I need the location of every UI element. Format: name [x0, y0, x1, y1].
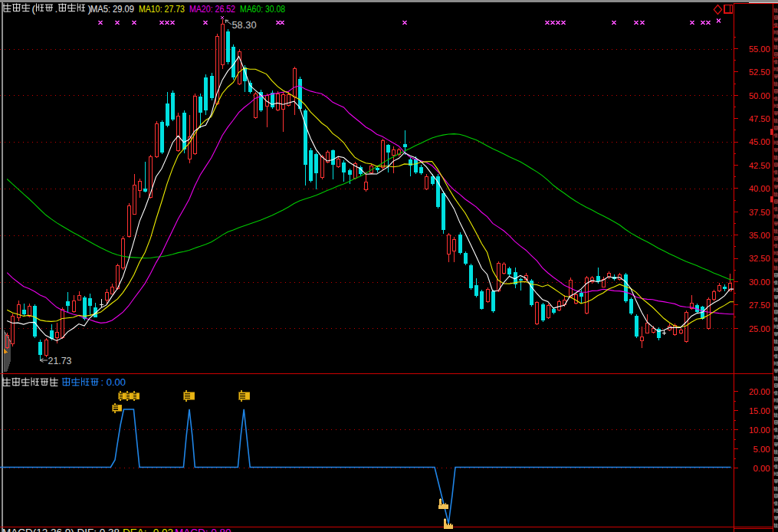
svg-text:MA60: 30.08: MA60: 30.08 [240, 3, 285, 15]
svg-text:35.00: 35.00 [749, 231, 770, 240]
svg-text:21.73: 21.73 [48, 356, 72, 366]
svg-text:50.00: 50.00 [749, 91, 770, 100]
svg-text:25.00: 25.00 [749, 324, 770, 333]
svg-text:5.00: 5.00 [753, 445, 770, 454]
svg-text:45.00: 45.00 [749, 137, 770, 146]
svg-text:37.50: 37.50 [749, 208, 770, 217]
svg-text:27.50: 27.50 [749, 300, 770, 310]
svg-text:42.50: 42.50 [749, 161, 770, 170]
svg-text:: 0.00: : 0.00 [101, 376, 126, 388]
svg-text:0.00: 0.00 [753, 464, 770, 473]
svg-text:MACD(12,26,9) DIF: 0.38: MACD(12,26,9) DIF: 0.38 [2, 527, 120, 532]
svg-text:10.00: 10.00 [749, 425, 770, 435]
svg-text:30.00: 30.00 [749, 277, 770, 287]
svg-text:MA10: 27.73: MA10: 27.73 [139, 3, 185, 15]
svg-text:(: ( [32, 3, 36, 15]
svg-text:47.50: 47.50 [749, 114, 770, 123]
svg-text:MA5: 29.09: MA5: 29.09 [90, 3, 134, 15]
svg-text:20.00: 20.00 [749, 387, 770, 396]
svg-text:40.00: 40.00 [749, 184, 770, 193]
svg-text:58.30: 58.30 [232, 20, 257, 31]
svg-text:.: . [55, 3, 58, 15]
svg-text:MACD: 0.80: MACD: 0.80 [175, 527, 231, 532]
svg-text:55.00: 55.00 [749, 44, 770, 54]
svg-text:DEA: -0.02: DEA: -0.02 [123, 527, 173, 532]
svg-text:52.50: 52.50 [749, 67, 770, 77]
svg-text:15.00: 15.00 [749, 406, 770, 415]
svg-text:32.50: 32.50 [749, 254, 770, 263]
svg-text:MA20: 26.52: MA20: 26.52 [189, 3, 235, 15]
